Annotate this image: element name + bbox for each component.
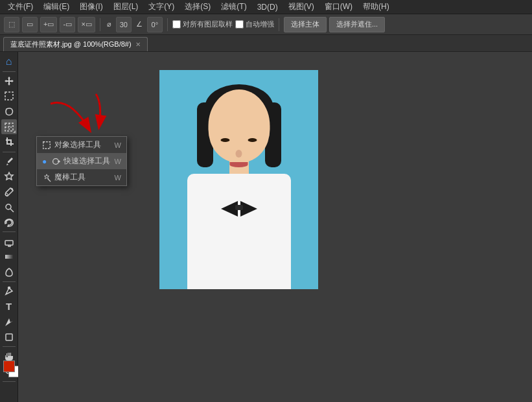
object-select-tool[interactable]: [1, 119, 17, 134]
intersect-selection-btn[interactable]: ×▭: [78, 17, 95, 32]
svg-rect-7: [5, 255, 13, 259]
menu-help[interactable]: 帮助(H): [358, 0, 395, 14]
dropdown-item-left-3: 魔棒工具: [42, 172, 86, 183]
shape-tool[interactable]: [1, 330, 17, 345]
svg-point-8: [8, 287, 10, 289]
separator3: [279, 18, 279, 31]
add-selection-btn[interactable]: +▭: [40, 17, 57, 32]
dropdown-shortcut-2: W: [115, 158, 121, 165]
separator2: [167, 18, 168, 31]
svg-rect-0: [5, 92, 13, 100]
subtract-selection-btn[interactable]: -▭: [60, 17, 75, 32]
dropdown-label-3: 魔棒工具: [54, 172, 86, 183]
new-selection-btn[interactable]: ▭: [22, 17, 38, 32]
size-label: ⌀: [105, 20, 113, 29]
active-tab[interactable]: 蓝底证件照素材.jpg @ 100%(RGB/8#) ✕: [3, 37, 148, 51]
gradient-tool[interactable]: [1, 250, 17, 265]
auto-enhance-label: 自动增强: [246, 19, 274, 29]
svg-rect-6: [5, 241, 13, 245]
dropdown-item-quick-select[interactable]: ● 快速选择工具 W: [37, 153, 126, 169]
svg-rect-14: [43, 141, 51, 148]
select-subject-button[interactable]: 选择主体: [284, 17, 327, 32]
eye-right: [248, 138, 257, 142]
tool-separator-4: [3, 281, 16, 282]
svg-rect-9: [6, 334, 12, 340]
brush-tool[interactable]: [1, 185, 17, 200]
size-input[interactable]: 30: [116, 17, 132, 32]
type-tool[interactable]: T: [1, 300, 17, 314]
tool-separator-3: [3, 231, 16, 232]
dropdown-label-2: 快速选择工具: [64, 156, 110, 167]
blur-tool[interactable]: [1, 265, 17, 280]
tab-bar: 蓝底证件照素材.jpg @ 100%(RGB/8#) ✕: [0, 35, 532, 52]
main-area: ⌂: [0, 52, 532, 402]
shirt: [187, 174, 291, 289]
head: [208, 89, 270, 162]
tool-separator-2: [3, 152, 16, 152]
pen-tool[interactable]: [1, 284, 17, 299]
dropdown-item-object-select[interactable]: 对象选择工具 W: [37, 137, 126, 153]
eye-left: [221, 138, 230, 142]
menu-filter[interactable]: 滤镜(T): [216, 0, 251, 14]
angle-label: ∠: [134, 20, 145, 29]
svg-point-5: [6, 204, 11, 209]
lasso-tool[interactable]: [1, 104, 17, 119]
tool-separator-6: [3, 381, 16, 382]
menu-window[interactable]: 窗口(W): [319, 0, 358, 14]
clone-stamp-tool[interactable]: [1, 200, 17, 215]
dropdown-item-left-2: ● 快速选择工具: [42, 156, 110, 167]
tool-preset-btn[interactable]: ⬚: [4, 17, 19, 32]
tab-close-button[interactable]: ✕: [135, 41, 141, 48]
magic-wand-icon: [42, 173, 51, 182]
auto-enhance-checkbox[interactable]: 自动增强: [235, 19, 274, 29]
eyedropper-tool[interactable]: [1, 154, 17, 169]
rect-select-tool[interactable]: [1, 89, 17, 104]
ps-home-button[interactable]: ⌂: [1, 54, 17, 69]
tool-separator-1: [3, 71, 16, 72]
sample-all-label: 对所有图层取样: [183, 19, 233, 29]
canvas-area[interactable]: 对象选择工具 W ● 快速选择工具 W 魔棒工具 W: [18, 52, 532, 402]
heal-tool[interactable]: [1, 169, 17, 184]
dropdown-shortcut-3: W: [115, 174, 121, 182]
sample-all-check[interactable]: [172, 20, 181, 29]
sample-all-checkbox[interactable]: 对所有图层取样: [172, 19, 233, 29]
bow-center: [235, 205, 243, 210]
foreground-color-swatch[interactable]: [3, 361, 15, 372]
menu-view[interactable]: 视图(V): [283, 0, 319, 14]
tool-dropdown-menu: 对象选择工具 W ● 快速选择工具 W 魔棒工具 W: [36, 136, 127, 186]
dropdown-item-left-1: 对象选择工具: [42, 139, 101, 150]
tab-title: 蓝底证件照素材.jpg @ 100%(RGB/8#): [10, 40, 132, 49]
history-brush-tool[interactable]: [1, 215, 17, 230]
menu-3d[interactable]: 3D(D): [252, 1, 283, 13]
svg-line-16: [48, 178, 51, 181]
path-select-tool[interactable]: [1, 314, 17, 329]
nose: [236, 150, 242, 158]
menu-layer[interactable]: 图层(L): [108, 0, 144, 14]
menu-type[interactable]: 文字(Y): [143, 0, 179, 14]
separator1: [100, 18, 100, 31]
menu-edit[interactable]: 编辑(E): [38, 0, 75, 14]
eraser-tool[interactable]: [1, 234, 17, 249]
menu-image[interactable]: 图像(I): [75, 0, 108, 14]
tool-separator-5: [3, 346, 16, 347]
active-indicator: ●: [42, 157, 47, 166]
auto-enhance-check[interactable]: [235, 20, 244, 29]
color-swatches[interactable]: [3, 361, 20, 376]
menu-bar: 文件(F) 编辑(E) 图像(I) 图层(L) 文字(Y) 选择(S) 滤镜(T…: [0, 0, 532, 14]
quick-select-icon: [51, 157, 60, 166]
menu-select[interactable]: 选择(S): [179, 0, 216, 14]
dropdown-indicator: [13, 130, 16, 133]
move-tool[interactable]: [1, 74, 17, 89]
options-bar: ⬚ ▭ +▭ -▭ ×▭ ⌀ 30 ∠ 0° 对所有图层取样 自动增强 选择主体…: [0, 14, 532, 35]
dropdown-item-magic-wand[interactable]: 魔棒工具 W: [37, 169, 126, 185]
select-and-mask-button[interactable]: 选择并遮住...: [329, 17, 385, 32]
toolbar: ⌂: [0, 52, 18, 402]
svg-point-15: [53, 158, 59, 164]
photo-image: [159, 70, 318, 289]
angle-input[interactable]: 0°: [147, 17, 163, 32]
type-icon: T: [6, 301, 12, 312]
menu-file[interactable]: 文件(F): [3, 0, 38, 14]
crop-tool[interactable]: [1, 135, 17, 150]
dropdown-shortcut-1: W: [115, 141, 121, 149]
object-select-icon: [42, 141, 51, 150]
